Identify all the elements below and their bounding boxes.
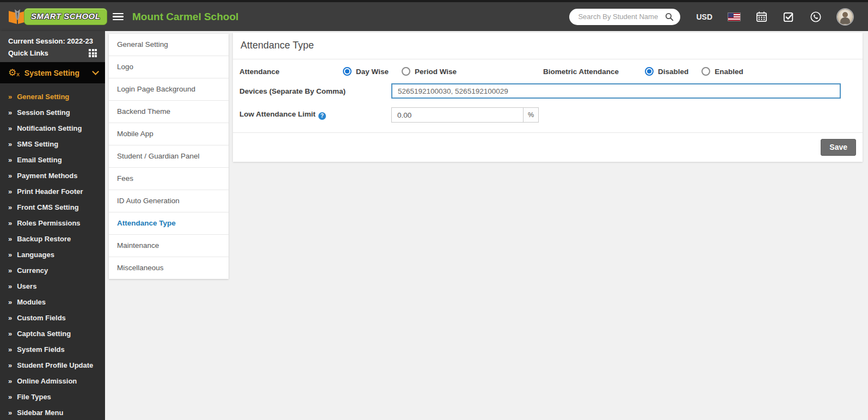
double-chevron-icon: » <box>8 362 12 369</box>
current-session-label: Current Session: 2022-23 <box>8 37 97 45</box>
double-chevron-icon: » <box>8 188 12 195</box>
brand-badge: SMART SCHOOL <box>24 8 107 25</box>
submenu-backend-theme[interactable]: Backend Theme <box>109 101 229 123</box>
sidebar-item-payment-methods[interactable]: »Payment Methods <box>0 168 105 184</box>
sidebar-item-email-setting[interactable]: »Email Setting <box>0 152 105 168</box>
session-block: Current Session: 2022-23 Quick Links <box>0 31 105 62</box>
radio-period-wise[interactable]: Period Wise <box>402 67 457 76</box>
topbar-actions: USD <box>569 9 868 25</box>
sidebar-item-label: Student Profile Update <box>17 361 93 369</box>
attendance-type-card: Attendance Type Attendance Day Wise Peri… <box>233 33 863 162</box>
sidebar-item-label: Roles Permissions <box>17 219 80 227</box>
sidebar-item-front-cms-setting[interactable]: »Front CMS Setting <box>0 199 105 215</box>
radio-enabled[interactable]: Enabled <box>701 67 743 76</box>
submenu-logo[interactable]: Logo <box>109 56 229 78</box>
sidebar-item-sms-setting[interactable]: »SMS Setting <box>0 136 105 152</box>
sidebar-item-label: Sidebar Menu <box>17 409 63 417</box>
radio-selected-icon <box>645 67 654 76</box>
sidebar-item-label: SMS Setting <box>17 140 58 148</box>
sidebar-item-notification-setting[interactable]: »Notification Setting <box>0 120 105 136</box>
search-input[interactable] <box>578 13 664 21</box>
sidebar-item-student-profile-update[interactable]: »Student Profile Update <box>0 357 105 373</box>
double-chevron-icon: » <box>8 267 12 274</box>
sidebar-item-currency[interactable]: »Currency <box>0 263 105 278</box>
sidebar-item-users[interactable]: »Users <box>0 278 105 294</box>
search-icon[interactable] <box>664 11 675 22</box>
double-chevron-icon: » <box>8 125 12 132</box>
sidebar-item-captcha-setting[interactable]: »Captcha Setting <box>0 326 105 342</box>
radio-unselected-icon <box>402 67 410 76</box>
submenu-fees[interactable]: Fees <box>109 168 229 190</box>
sidebar-item-backup-restore[interactable]: »Backup Restore <box>0 231 105 247</box>
double-chevron-icon: » <box>8 109 12 116</box>
help-icon[interactable]: ? <box>318 112 326 120</box>
double-chevron-icon: » <box>8 283 12 290</box>
language-flag-icon[interactable] <box>728 13 740 21</box>
grid-icon[interactable] <box>89 49 97 57</box>
card-footer: Save <box>233 132 863 162</box>
sidebar-item-modules[interactable]: »Modules <box>0 294 105 310</box>
card-title: Attendance Type <box>233 33 863 59</box>
sidebar-item-sidebar-menu[interactable]: »Sidebar Menu <box>0 405 105 420</box>
low-attendance-limit-input[interactable] <box>391 107 524 123</box>
sidebar-item-label: Custom Fields <box>17 314 66 322</box>
double-chevron-icon: » <box>8 235 12 242</box>
sidebar-item-online-admission[interactable]: »Online Admission <box>0 373 105 389</box>
sidebar-section-system-setting[interactable]: ⚙ₓ System Setting <box>0 62 105 83</box>
biometric-radio-group: Disabled Enabled <box>645 67 743 76</box>
radio-day-wise[interactable]: Day Wise <box>343 67 389 76</box>
quick-links[interactable]: Quick Links <box>8 49 97 57</box>
radio-unselected-icon <box>701 67 710 76</box>
hamburger-menu-icon[interactable] <box>113 11 124 22</box>
double-chevron-icon: » <box>8 409 12 416</box>
app-logo[interactable]: SMART SCHOOL <box>0 8 105 26</box>
section-label: System Setting <box>24 69 87 77</box>
user-avatar[interactable] <box>838 9 853 25</box>
todo-check-icon[interactable] <box>783 11 794 22</box>
sidebar-item-custom-fields[interactable]: »Custom Fields <box>0 310 105 326</box>
biometric-attendance-label: Biometric Attendance <box>543 68 645 76</box>
double-chevron-icon: » <box>8 299 12 306</box>
chevron-down-icon <box>92 68 99 75</box>
currency-selector[interactable]: USD <box>696 13 712 21</box>
low-attendance-limit-text: Low Attendance Limit <box>239 110 316 118</box>
sidebar-item-label: Notification Setting <box>17 124 82 132</box>
sidebar-item-print-header-footer[interactable]: »Print Header Footer <box>0 184 105 199</box>
sidebar-item-label: Online Admission <box>17 377 77 385</box>
radio-label: Disabled <box>658 68 688 76</box>
submenu-student-guardian-panel[interactable]: Student / Guardian Panel <box>109 145 229 168</box>
radio-label: Enabled <box>715 68 743 76</box>
submenu-general-setting[interactable]: General Setting <box>109 34 229 56</box>
sidebar-item-label: Session Setting <box>17 108 70 117</box>
submenu-mobile-app[interactable]: Mobile App <box>109 123 229 145</box>
sidebar-item-label: Currency <box>17 266 48 275</box>
submenu-login-page-background[interactable]: Login Page Background <box>109 78 229 101</box>
double-chevron-icon: » <box>8 93 12 100</box>
radio-label: Period Wise <box>415 68 457 76</box>
sidebar-item-roles-permissions[interactable]: »Roles Permissions <box>0 215 105 231</box>
double-chevron-icon: » <box>8 314 12 321</box>
submenu-miscellaneous[interactable]: Miscellaneous <box>109 257 229 279</box>
radio-selected-icon <box>343 67 352 76</box>
radio-label: Day Wise <box>356 68 389 76</box>
sidebar-item-system-fields[interactable]: »System Fields <box>0 342 105 357</box>
sidebar-item-label: Front CMS Setting <box>17 203 78 211</box>
submenu-attendance-type[interactable]: Attendance Type <box>109 212 229 235</box>
submenu-id-auto-generation[interactable]: ID Auto Generation <box>109 190 229 212</box>
save-button[interactable]: Save <box>821 139 856 156</box>
sidebar-item-label: Print Header Footer <box>17 187 83 196</box>
sidebar-item-label: System Fields <box>17 345 64 354</box>
calendar-icon[interactable] <box>756 11 767 22</box>
sidebar-item-file-types[interactable]: »File Types <box>0 389 105 405</box>
top-bar: SMART SCHOOL Mount Carmel School USD <box>0 0 868 31</box>
sidebar-item-label: File Types <box>17 393 51 401</box>
sidebar-item-label: Users <box>17 282 36 290</box>
submenu-maintenance[interactable]: Maintenance <box>109 235 229 257</box>
radio-disabled[interactable]: Disabled <box>645 67 688 76</box>
percent-addon: % <box>524 107 539 123</box>
sidebar-item-session-setting[interactable]: »Session Setting <box>0 105 105 120</box>
whatsapp-icon[interactable] <box>810 11 822 23</box>
sidebar-item-general-setting[interactable]: »General Setting <box>0 89 105 105</box>
sidebar-item-languages[interactable]: »Languages <box>0 247 105 263</box>
devices-input[interactable] <box>391 83 841 99</box>
